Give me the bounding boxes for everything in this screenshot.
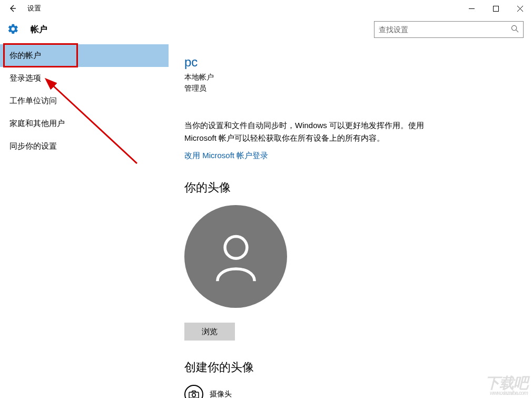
sidebar-item-label: 登录选项 — [9, 73, 41, 82]
browse-button[interactable]: 浏览 — [184, 323, 235, 341]
maximize-icon — [493, 6, 499, 12]
camera-icon — [184, 385, 203, 398]
header-label: 帐户 — [31, 24, 47, 35]
account-role: 管理员 — [184, 83, 516, 94]
username: pc — [184, 55, 516, 70]
sidebar-item-family[interactable]: 家庭和其他用户 — [0, 112, 169, 135]
account-type: 本地帐户 — [184, 72, 516, 83]
svg-point-10 — [192, 393, 195, 396]
sidebar-item-label: 家庭和其他用户 — [9, 119, 65, 128]
svg-rect-2 — [493, 6, 498, 11]
avatar-placeholder — [184, 205, 287, 308]
header-row: 帐户 — [0, 17, 532, 42]
sidebar-item-label: 工作单位访问 — [9, 96, 57, 105]
search-icon — [511, 25, 519, 34]
maximize-button[interactable] — [484, 0, 508, 17]
sidebar-item-label: 你的帐户 — [9, 51, 41, 60]
sidebar-item-work-access[interactable]: 工作单位访问 — [0, 90, 169, 112]
search-box[interactable] — [374, 21, 524, 38]
content: pc 本地帐户 管理员 当你的设置和文件自动同步时，Windows 可以更好地发… — [169, 42, 532, 398]
switch-account-link[interactable]: 改用 Microsoft 帐户登录 — [184, 151, 268, 161]
avatar-section-title: 你的头像 — [184, 180, 516, 196]
person-icon — [207, 228, 265, 286]
close-icon — [517, 6, 523, 12]
close-button[interactable] — [508, 0, 532, 17]
sidebar-item-label: 同步你的设置 — [9, 141, 57, 150]
create-avatar-title: 创建你的头像 — [184, 360, 516, 375]
sidebar-item-signin-options[interactable]: 登录选项 — [0, 67, 169, 90]
camera-label: 摄像头 — [210, 390, 232, 398]
gear-icon — [7, 23, 19, 36]
minimize-icon — [469, 6, 475, 12]
svg-point-5 — [511, 25, 516, 30]
sidebar: 你的帐户 登录选项 工作单位访问 家庭和其他用户 同步你的设置 — [0, 42, 169, 398]
svg-line-6 — [516, 30, 518, 32]
titlebar: 设置 — [0, 0, 532, 17]
search-input[interactable] — [379, 25, 511, 34]
arrow-left-icon — [8, 4, 17, 13]
window-title: 设置 — [27, 4, 41, 13]
back-button[interactable] — [0, 0, 25, 17]
sidebar-item-sync[interactable]: 同步你的设置 — [0, 135, 169, 158]
minimize-button[interactable] — [459, 0, 484, 17]
camera-row[interactable]: 摄像头 — [184, 385, 516, 398]
sidebar-item-your-account[interactable]: 你的帐户 — [0, 44, 169, 67]
account-description: 当你的设置和文件自动同步时，Windows 可以更好地发挥作用。使用 Micro… — [184, 119, 427, 144]
svg-point-8 — [225, 236, 247, 258]
